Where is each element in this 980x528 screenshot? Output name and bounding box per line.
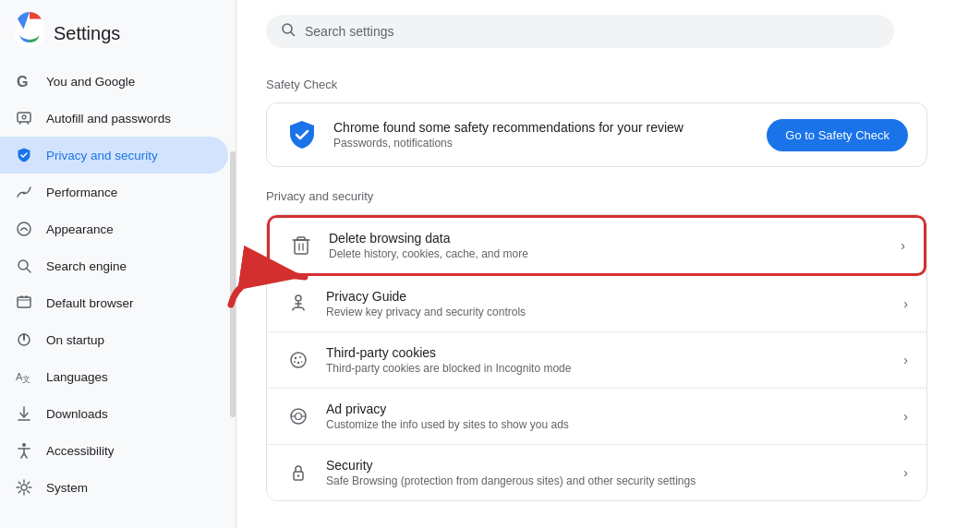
accessibility-icon [15,441,33,460]
svg-point-12 [18,222,30,235]
svg-point-43 [299,356,301,358]
sidebar-label-autofill: Autofill and passwords [46,112,213,126]
privacy-guide-chevron: › [903,296,908,311]
sidebar-item-appearance[interactable]: Appearance [0,210,228,247]
delete-browsing-data-item[interactable]: Delete browsing data Delete history, coo… [267,215,926,276]
default-browser-icon [15,294,33,312]
safety-shield-icon [285,118,319,151]
languages-icon: A 文 [15,367,33,386]
sidebar-item-performance[interactable]: Performance [0,174,228,210]
appearance-icon [15,220,33,238]
security-icon [285,460,311,486]
ad-privacy-chevron: › [903,409,908,424]
security-chevron: › [903,465,908,480]
sidebar-label-privacy: Privacy and security [46,149,213,162]
sidebar-item-languages[interactable]: A 文 Languages [0,358,228,395]
sidebar-item-default-browser[interactable]: Default browser [0,284,228,321]
cookies-icon [285,347,311,373]
sidebar-nav: G You and Google Autofill and passwords [0,63,236,506]
sidebar-item-privacy[interactable]: Privacy and security [0,137,228,174]
svg-line-28 [21,453,24,458]
privacy-guide-subtitle: Review key privacy and security controls [326,306,889,318]
performance-icon [15,183,33,201]
svg-rect-15 [18,297,30,307]
svg-point-25 [22,443,26,447]
sidebar-item-search-engine[interactable]: Search engine [0,247,228,284]
safety-check-message: Chrome found some safety recommendations… [333,120,752,135]
svg-point-38 [296,295,301,301]
safety-check-card: Chrome found some safety recommendations… [266,102,927,167]
svg-point-44 [297,362,299,364]
sidebar-item-on-startup[interactable]: On startup [0,321,228,358]
system-icon [15,478,33,497]
svg-point-30 [21,485,27,490]
ad-privacy-title: Ad privacy [326,402,889,416]
sidebar-item-downloads[interactable]: Downloads [0,395,228,432]
security-item[interactable]: Security Safe Browsing (protection from … [267,445,926,500]
svg-point-11 [23,192,26,195]
ad-privacy-icon [285,403,311,429]
svg-point-46 [301,361,303,363]
content-area: Safety Check Chrome found some safety re… [236,63,957,528]
search-icon [281,22,296,41]
third-party-cookies-text: Third-party cookies Third-party cookies … [326,345,889,375]
safety-check-subtitle: Passwords, notifications [333,137,752,150]
shield-icon [15,146,33,164]
chrome-logo-icon [15,11,44,41]
sidebar-header: Settings [0,7,236,63]
privacy-guide-item[interactable]: Privacy Guide Review key privacy and sec… [267,276,926,332]
security-text: Security Safe Browsing (protection from … [326,458,889,487]
svg-line-32 [291,32,295,36]
safety-check-button[interactable]: Go to Safety Check [767,119,908,151]
third-party-cookies-subtitle: Third-party cookies are blocked in Incog… [326,362,889,375]
delete-browsing-data-text: Delete browsing data Delete history, coo… [329,231,886,260]
privacy-section-title: Privacy and security [266,189,927,203]
svg-rect-18 [25,296,28,298]
main-content: Safety Check Chrome found some safety re… [236,0,980,528]
safety-check-section-title: Safety Check [266,78,927,91]
svg-line-14 [27,269,30,272]
ad-privacy-text: Ad privacy Customize the info used by si… [326,402,889,431]
search-bar-container [236,0,980,63]
svg-text:文: 文 [22,375,30,384]
sidebar-item-you-and-google[interactable]: G You and Google [0,63,228,100]
sidebar-label-search-engine: Search engine [46,259,213,273]
google-g-icon: G [15,72,33,90]
third-party-cookies-item[interactable]: Third-party cookies Third-party cookies … [267,332,926,389]
third-party-cookies-chevron: › [903,353,908,367]
privacy-settings-list: Delete browsing data Delete history, coo… [266,214,927,501]
sidebar-item-accessibility[interactable]: Accessibility [0,432,228,469]
svg-line-29 [24,453,27,458]
search-input[interactable] [305,24,879,39]
settings-title: Settings [54,23,120,44]
delete-browsing-data-title: Delete browsing data [329,231,886,246]
ad-privacy-item[interactable]: Ad privacy Customize the info used by si… [267,389,926,445]
third-party-cookies-title: Third-party cookies [326,345,889,360]
sidebar-item-system[interactable]: System [0,469,228,506]
sidebar-label-default-browser: Default browser [46,296,213,310]
autofill-icon [15,109,33,127]
delete-browsing-data-subtitle: Delete history, cookies, cache, and more [329,247,886,260]
privacy-guide-title: Privacy Guide [326,289,889,304]
sidebar-label-downloads: Downloads [46,407,213,421]
sidebar-item-autofill[interactable]: Autofill and passwords [0,100,228,137]
svg-rect-17 [20,296,23,298]
search-bar [266,15,894,48]
sidebar-scrollbar[interactable] [230,151,236,417]
svg-rect-7 [18,113,30,122]
sidebar-label-appearance: Appearance [46,222,213,236]
svg-rect-34 [295,240,308,254]
sidebar-label-languages: Languages [46,370,213,384]
svg-point-48 [296,414,302,420]
on-startup-icon [15,330,33,349]
downloads-icon [15,404,33,423]
sidebar: Settings G You and Google [0,0,236,528]
search-engine-icon [15,257,33,275]
sidebar-label-accessibility: Accessibility [46,444,213,458]
security-title: Security [326,458,889,473]
svg-point-42 [295,357,296,359]
svg-point-45 [294,361,296,363]
privacy-guide-text: Privacy Guide Review key privacy and sec… [326,289,889,318]
ad-privacy-subtitle: Customize the info used by sites to show… [326,418,889,431]
svg-text:G: G [17,74,28,90]
